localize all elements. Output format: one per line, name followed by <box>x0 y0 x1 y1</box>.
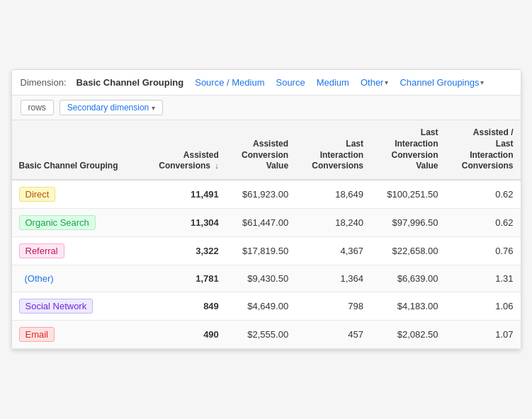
main-card: Dimension: Basic Channel Grouping Source… <box>11 69 521 349</box>
cell-last-conv: 1,364 <box>295 265 370 292</box>
nav-channel-groupings-dropdown[interactable]: Channel Groupings ▾ <box>395 76 488 89</box>
cell-channel: (Other) <box>12 265 142 292</box>
cell-ratio: 1.06 <box>446 292 521 320</box>
sort-arrow-icon: ↓ <box>215 161 219 171</box>
cell-ratio: 0.62 <box>446 180 521 209</box>
cell-assisted-conv: 849 <box>141 292 225 320</box>
dimension-label: Dimension: <box>21 77 67 88</box>
cell-channel: Direct <box>12 180 142 209</box>
nav-medium[interactable]: Medium <box>312 76 353 89</box>
cell-assisted-val: $4,649.00 <box>226 292 295 320</box>
cell-assisted-conv: 11,491 <box>141 180 225 209</box>
cell-channel: Email <box>12 320 142 348</box>
data-table: Basic Channel Grouping AssistedConversio… <box>12 120 521 348</box>
cell-channel: Social Network <box>12 292 142 320</box>
table-row: Direct 11,491 $61,923.00 18,649 $100,251… <box>12 180 521 209</box>
cell-last-conv: 18,240 <box>295 208 370 236</box>
cell-ratio: 1.07 <box>446 320 521 348</box>
cell-last-val: $2,082.50 <box>370 320 445 348</box>
nav-source-medium[interactable]: Source / Medium <box>191 76 268 89</box>
channel-groupings-chevron-icon: ▾ <box>480 79 484 86</box>
cell-assisted-conv: 1,781 <box>141 265 225 292</box>
cell-assisted-conv: 490 <box>141 320 225 348</box>
cell-last-val: $97,996.50 <box>370 208 445 236</box>
cell-last-conv: 18,649 <box>295 180 370 209</box>
cell-last-conv: 4,367 <box>295 236 370 265</box>
channel-tag[interactable]: Referral <box>19 243 64 258</box>
other-chevron-icon: ▾ <box>385 79 388 86</box>
secondary-dim-chevron-icon: ▾ <box>152 104 155 112</box>
cell-assisted-val: $2,555.00 <box>226 320 295 348</box>
cell-last-conv: 798 <box>295 292 370 320</box>
cell-last-val: $22,658.00 <box>370 236 445 265</box>
cell-channel: Referral <box>12 236 142 265</box>
table-row: Email 490 $2,555.00 457 $2,082.50 1.07 <box>12 320 521 348</box>
rows-button[interactable]: rows <box>21 100 54 115</box>
cell-last-val: $100,251.50 <box>370 180 445 209</box>
channel-tag[interactable]: Email <box>19 327 55 342</box>
table-row: Referral 3,322 $17,819.50 4,367 $22,658.… <box>12 236 521 265</box>
nav-basic-channel[interactable]: Basic Channel Grouping <box>72 76 188 89</box>
col-header-assisted-val: AssistedConversionValue <box>226 120 295 179</box>
nav-other-dropdown[interactable]: Other ▾ <box>356 76 393 89</box>
cell-assisted-val: $61,447.00 <box>226 208 295 236</box>
cell-ratio: 0.76 <box>446 236 521 265</box>
cell-assisted-conv: 3,322 <box>141 236 225 265</box>
nav-source[interactable]: Source <box>271 76 309 89</box>
cell-assisted-val: $17,819.50 <box>226 236 295 265</box>
col-header-last-conv: LastInteractionConversions <box>295 120 370 179</box>
col-header-ratio: Assisted /LastInteractionConversions <box>446 120 521 179</box>
cell-channel: Organic Search <box>12 208 142 236</box>
channel-tag[interactable]: Organic Search <box>19 215 96 230</box>
cell-ratio: 1.31 <box>446 265 521 292</box>
cell-assisted-conv: 11,304 <box>141 208 225 236</box>
dimension-nav: Dimension: Basic Channel Grouping Source… <box>12 70 521 96</box>
cell-ratio: 0.62 <box>446 208 521 236</box>
col-header-last-val: LastInteractionConversionValue <box>370 120 445 179</box>
channel-tag[interactable]: Direct <box>19 187 56 202</box>
col-header-assisted-conv: AssistedConversions ↓ <box>141 120 225 179</box>
toolbar: rows Secondary dimension ▾ <box>12 96 521 120</box>
table-row: Organic Search 11,304 $61,447.00 18,240 … <box>12 208 521 236</box>
cell-assisted-val: $9,430.50 <box>226 265 295 292</box>
cell-last-conv: 457 <box>295 320 370 348</box>
table-row: Social Network 849 $4,649.00 798 $4,183.… <box>12 292 521 320</box>
table-header-row: Basic Channel Grouping AssistedConversio… <box>12 120 521 179</box>
col-header-channel: Basic Channel Grouping <box>12 120 142 179</box>
channel-tag[interactable]: (Other) <box>19 272 60 285</box>
channel-tag[interactable]: Social Network <box>19 299 94 314</box>
cell-assisted-val: $61,923.00 <box>226 180 295 209</box>
cell-last-val: $4,183.00 <box>370 292 445 320</box>
cell-last-val: $6,639.00 <box>370 265 445 292</box>
secondary-dimension-button[interactable]: Secondary dimension ▾ <box>60 100 163 115</box>
table-row: (Other) 1,781 $9,430.50 1,364 $6,639.00 … <box>12 265 521 292</box>
